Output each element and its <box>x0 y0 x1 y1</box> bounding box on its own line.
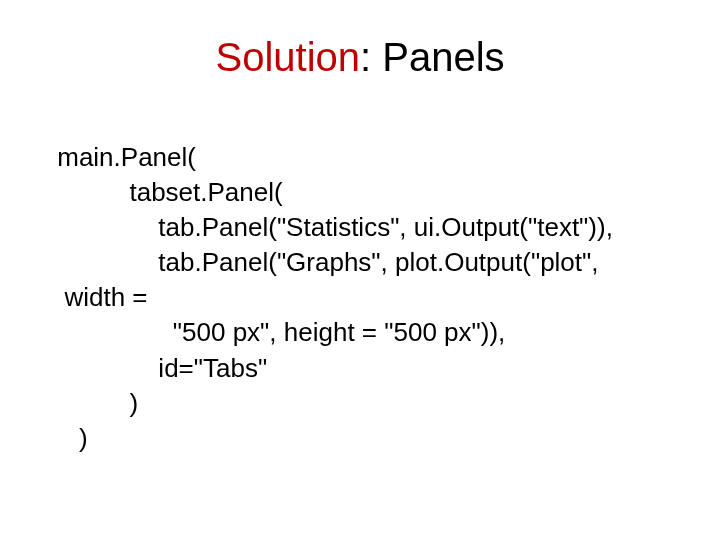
code-line: "500 px", height = "500 px")), <box>50 315 670 350</box>
code-block: main.Panel( tabset.Panel( tab.Panel("Sta… <box>50 140 670 456</box>
title-black-part: : Panels <box>360 35 505 79</box>
code-line: tabset.Panel( <box>50 175 670 210</box>
code-line: width = <box>50 280 670 315</box>
code-line: id="Tabs" <box>50 351 670 386</box>
slide-title: Solution: Panels <box>50 35 670 80</box>
code-line: ) <box>50 386 670 421</box>
code-line: tab.Panel("Statistics", ui.Output("text"… <box>50 210 670 245</box>
slide: Solution: Panels main.Panel( tabset.Pane… <box>0 0 720 540</box>
code-line: ) <box>50 421 670 456</box>
title-red-part: Solution <box>215 35 360 79</box>
code-line: tab.Panel("Graphs", plot.Output("plot", <box>50 245 670 280</box>
code-line: main.Panel( <box>50 140 670 175</box>
